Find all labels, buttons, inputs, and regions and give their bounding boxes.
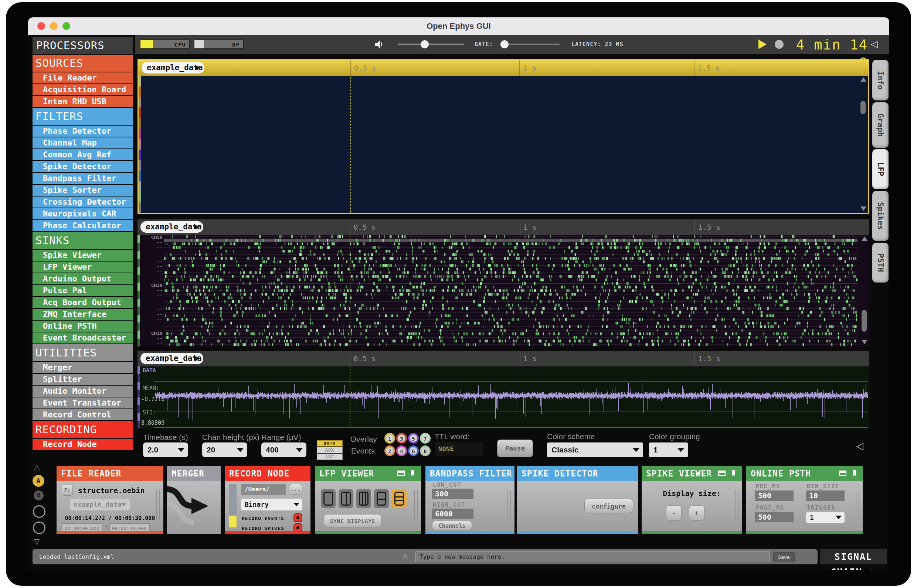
sidebar-item-spike-detector[interactable]: Spike Detector: [32, 161, 133, 172]
scroll-up-icon[interactable]: [860, 77, 866, 82]
scroll-down-icon[interactable]: [860, 207, 866, 211]
sidebar-item-crossing-detector[interactable]: Crossing Detector: [32, 197, 133, 208]
chain-down-icon[interactable]: ▽: [34, 537, 40, 546]
module-handle[interactable]: [414, 490, 418, 520]
save-button[interactable]: Save: [773, 552, 795, 562]
event-overlay-button-2[interactable]: 2: [384, 446, 395, 456]
sidebar-item-common-avg-ref[interactable]: Common Avg Ref: [32, 149, 133, 160]
layout-3row-button[interactable]: [392, 489, 407, 508]
trigger-dropdown[interactable]: 1: [806, 512, 844, 523]
sidebar-item-acquisition-board[interactable]: Acquisition Board: [32, 84, 133, 95]
sidebar-item-phase-calculator[interactable]: Phase Calculator: [32, 220, 133, 231]
collapse-toolbar-icon[interactable]: ◁: [871, 39, 877, 49]
event-overlay-button-7[interactable]: 7: [420, 433, 431, 444]
module-handle[interactable]: [507, 490, 511, 520]
sidebar-item-pulse-pal[interactable]: Pulse Pal: [32, 285, 133, 296]
collapse-controls-icon[interactable]: ◁: [856, 440, 864, 451]
window-icon[interactable]: [839, 470, 846, 476]
configure-button[interactable]: configure: [584, 499, 633, 514]
sidebar-item-spike-viewer[interactable]: Spike Viewer: [32, 250, 133, 261]
record-events-toggle[interactable]: [293, 514, 302, 522]
signal-type-data[interactable]: DATA: [317, 440, 343, 447]
sync-displays-button[interactable]: SYNC DISPLAYS: [324, 514, 381, 527]
record-button[interactable]: [775, 40, 784, 49]
event-overlay-button-4[interactable]: 4: [396, 446, 407, 456]
raster-scrollbar[interactable]: [860, 236, 868, 345]
event-overlay-button-3[interactable]: 3: [396, 433, 407, 444]
module-header[interactable]: SPIKE DETECTOR: [517, 466, 638, 481]
sidebar-item-intan-rhd-usb[interactable]: Intan RHD USB: [32, 96, 133, 107]
event-overlay-button-5[interactable]: 5: [408, 433, 419, 444]
sidebar-section-utilities[interactable]: UTILITIES: [32, 344, 133, 361]
pause-button[interactable]: Pause: [497, 439, 533, 457]
play-button[interactable]: [758, 40, 766, 49]
sidebar-item-zmq-interface[interactable]: ZMQ Interface: [32, 309, 133, 320]
tab-psth[interactable]: PSTH: [872, 243, 889, 283]
layout-3col-button[interactable]: [356, 489, 371, 508]
module-handle[interactable]: [156, 490, 160, 520]
channels-button[interactable]: Channels: [432, 521, 472, 530]
sidebar-item-event-broadcaster[interactable]: Event Broadcaster: [32, 333, 133, 344]
sidebar-item-channel-map[interactable]: Channel Map: [32, 137, 133, 149]
chan-height-dropdown[interactable]: 20: [202, 443, 247, 457]
sidebar-item-acq-board-output[interactable]: Acq Board Output: [32, 297, 133, 308]
sidebar-item-arduino-output[interactable]: Arduino Output: [32, 273, 133, 284]
dataset-dropdown[interactable]: example_data: [70, 499, 130, 510]
module-handle[interactable]: [735, 490, 739, 520]
lfp-scrollbar[interactable]: [859, 76, 867, 212]
sidebar-item-audio-monitor[interactable]: Audio Monitor: [32, 386, 133, 397]
module-header[interactable]: FILE READER: [57, 466, 164, 481]
sidebar-item-file-reader[interactable]: File Reader: [32, 73, 133, 84]
module-header[interactable]: RECORD NODE: [225, 466, 311, 481]
sidebar-item-splitter[interactable]: Splitter: [32, 374, 133, 385]
record-format-dropdown[interactable]: Binary: [241, 499, 302, 510]
chain-up-icon[interactable]: △: [34, 462, 40, 471]
signal-chain-toggle[interactable]: SIGNAL CHAIN △: [820, 549, 887, 564]
post-ms-field[interactable]: 500: [755, 512, 794, 522]
high-cut-field[interactable]: 6000: [432, 509, 473, 519]
sidebar-item-record-node[interactable]: Record Node: [32, 439, 133, 450]
browse-button[interactable]: ...: [289, 484, 302, 495]
scroll-up-icon[interactable]: [862, 236, 867, 241]
selector-b-button[interactable]: B: [34, 491, 44, 501]
selector-empty-1[interactable]: [33, 505, 45, 518]
color-scheme-dropdown[interactable]: Classic: [547, 443, 643, 457]
module-handle[interactable]: [855, 490, 859, 520]
bin-size-field[interactable]: 10: [806, 491, 844, 501]
sidebar-section-sinks[interactable]: SINKS: [32, 232, 133, 249]
subprocessor-dropdown[interactable]: example_data: [141, 221, 203, 233]
pre-ms-field[interactable]: 500: [755, 491, 794, 501]
window-icon[interactable]: [718, 470, 726, 476]
tab-info[interactable]: Info: [872, 60, 889, 100]
scroll-thumb[interactable]: [860, 101, 866, 115]
timebase-dropdown[interactable]: 2.0: [143, 443, 188, 457]
sidebar-item-merger[interactable]: Merger: [32, 362, 133, 373]
tab-spikes[interactable]: Spikes: [872, 191, 889, 241]
file-select-button[interactable]: F:: [62, 485, 73, 496]
scroll-thumb[interactable]: [862, 310, 867, 332]
tab-graph[interactable]: Graph: [872, 102, 889, 148]
decrease-size-button[interactable]: -: [666, 505, 682, 521]
volume-slider-knob[interactable]: [421, 40, 429, 48]
event-overlay-button-8[interactable]: 8: [420, 446, 431, 456]
sidebar-item-neuropixels-car[interactable]: Neuropixels CAR: [32, 208, 133, 220]
sidebar-item-spike-sorter[interactable]: Spike Sorter: [32, 185, 133, 196]
layout-2row-button[interactable]: [374, 489, 389, 508]
color-grouping-dropdown[interactable]: 1: [649, 443, 688, 457]
module-header[interactable]: BANDPASS FILTER: [425, 466, 515, 481]
volume-slider-track[interactable]: [398, 44, 464, 45]
module-header[interactable]: LFP VIEWER: [315, 466, 421, 481]
gate-slider-knob[interactable]: [501, 40, 509, 48]
subprocessor-dropdown[interactable]: example_data: [141, 353, 203, 364]
chevron-up-icon[interactable]: ∧: [402, 551, 408, 561]
sidebar-item-online-psth[interactable]: Online PSTH: [32, 321, 133, 332]
event-overlay-button-6[interactable]: 6: [408, 446, 419, 456]
selector-empty-2[interactable]: [33, 522, 45, 534]
titlebar[interactable]: Open Ephys GUI: [28, 17, 889, 35]
sidebar-section-filters[interactable]: FILTERS: [32, 108, 133, 125]
sidebar-item-phase-detector[interactable]: Phase Detector: [32, 126, 133, 137]
increase-size-button[interactable]: +: [689, 505, 705, 521]
selector-a-button[interactable]: A: [32, 475, 44, 487]
module-header[interactable]: SPIKE VIEWER: [642, 466, 742, 481]
module-header[interactable]: MERGER: [167, 466, 221, 481]
